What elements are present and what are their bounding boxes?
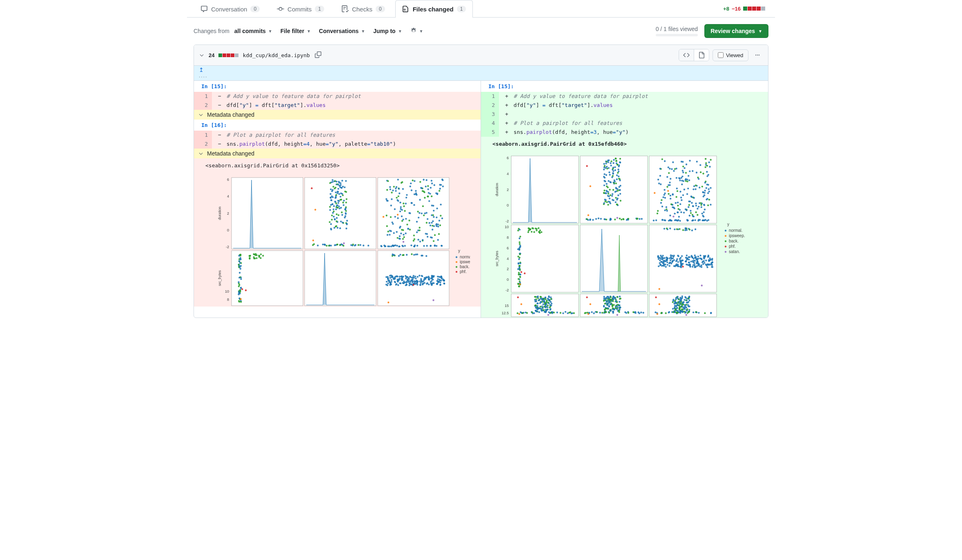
svg-point-1438 bbox=[535, 298, 537, 300]
conversations-dropdown[interactable]: Conversations ▼ bbox=[319, 28, 365, 34]
diff-line[interactable]: 2− dfd["y"] = dft["target"].values bbox=[194, 101, 481, 110]
diff-side-right: In [15]: 1+ # Add y value to feature dat… bbox=[481, 81, 768, 318]
review-changes-button[interactable]: Review changes ▼ bbox=[704, 24, 768, 38]
diff-line[interactable]: 1− # Plot a pairplot for all features bbox=[194, 131, 481, 140]
svg-point-304 bbox=[440, 215, 441, 216]
svg-point-1496 bbox=[549, 299, 550, 300]
svg-point-1430 bbox=[539, 296, 541, 298]
svg-point-1131 bbox=[528, 229, 530, 231]
svg-text:4: 4 bbox=[507, 257, 509, 261]
tab-files-changed[interactable]: Files changed 1 bbox=[395, 0, 473, 18]
svg-point-1198 bbox=[708, 256, 709, 257]
svg-point-562 bbox=[394, 276, 396, 278]
svg-point-824 bbox=[603, 218, 605, 220]
metadata-changed-row[interactable]: Metadata changed bbox=[194, 110, 481, 120]
svg-point-1047 bbox=[655, 219, 657, 221]
diff-line[interactable]: 1− # Add y value to feature data for pai… bbox=[194, 92, 481, 101]
svg-point-775 bbox=[603, 184, 605, 186]
svg-point-1756 bbox=[681, 297, 683, 299]
svg-point-31 bbox=[334, 227, 335, 229]
file-filter-dropdown[interactable]: File filter ▼ bbox=[281, 28, 311, 34]
tab-checks[interactable]: Checks 0 bbox=[334, 0, 392, 18]
svg-point-437 bbox=[258, 255, 260, 257]
svg-point-713 bbox=[609, 174, 610, 176]
svg-point-1799 bbox=[679, 306, 680, 307]
jump-to-dropdown[interactable]: Jump to ▼ bbox=[373, 28, 402, 34]
svg-point-705 bbox=[619, 158, 621, 160]
file-path[interactable]: kdd_cup/kdd_eda.ipynb bbox=[243, 52, 310, 58]
copy-path-button[interactable] bbox=[314, 51, 322, 60]
svg-point-1365 bbox=[659, 288, 660, 290]
svg-point-965 bbox=[682, 170, 684, 171]
tab-commits[interactable]: Commits 1 bbox=[270, 0, 331, 18]
svg-point-1089 bbox=[518, 272, 519, 273]
svg-point-990 bbox=[686, 164, 687, 165]
svg-point-1796 bbox=[679, 300, 681, 302]
diff-line[interactable]: 2− sns.pairplot(dfd, height=4, hue="y", … bbox=[194, 140, 481, 149]
chevron-down-icon[interactable] bbox=[199, 52, 205, 58]
svg-point-1529 bbox=[517, 296, 519, 298]
svg-point-875 bbox=[669, 215, 671, 216]
svg-point-112 bbox=[334, 201, 336, 202]
svg-point-1231 bbox=[701, 264, 702, 266]
diff-line[interactable]: 1+ # Add y value to feature data for pai… bbox=[481, 92, 768, 101]
svg-point-1023 bbox=[679, 178, 681, 179]
diff-line[interactable]: 5+ sns.pairplot(dfd, height=3, hue="y") bbox=[481, 128, 768, 137]
svg-point-1612 bbox=[603, 300, 605, 302]
viewed-input[interactable] bbox=[718, 52, 724, 58]
svg-point-368 bbox=[441, 245, 442, 247]
svg-point-1351 bbox=[691, 229, 693, 231]
svg-point-236 bbox=[422, 239, 423, 241]
svg-point-336 bbox=[436, 193, 438, 195]
changes-from-dropdown[interactable]: Changes from all commits ▼ bbox=[194, 28, 272, 34]
svg-point-1385 bbox=[539, 306, 541, 307]
diff-line[interactable]: 2+ dfd["y"] = dft["target"].values bbox=[481, 101, 768, 110]
viewed-checkbox[interactable]: Viewed bbox=[713, 49, 748, 61]
label: Metadata changed bbox=[207, 111, 254, 118]
commit-icon bbox=[277, 5, 284, 13]
svg-point-296 bbox=[399, 236, 401, 237]
svg-point-980 bbox=[689, 170, 690, 172]
svg-point-1477 bbox=[550, 304, 552, 306]
svg-point-1507 bbox=[545, 311, 546, 313]
svg-point-614 bbox=[409, 276, 411, 278]
svg-point-308 bbox=[428, 222, 430, 224]
svg-point-429 bbox=[240, 268, 241, 269]
svg-point-418 bbox=[240, 301, 242, 302]
svg-point-293 bbox=[439, 220, 440, 221]
expand-hunk-row[interactable]: ↥ ···· bbox=[194, 66, 768, 81]
svg-point-1135 bbox=[528, 227, 529, 229]
svg-point-409 bbox=[240, 278, 242, 280]
svg-point-55 bbox=[338, 200, 340, 202]
svg-point-931 bbox=[707, 192, 709, 194]
svg-point-1838 bbox=[657, 313, 658, 315]
svg-point-1806 bbox=[681, 303, 683, 305]
svg-point-1461 bbox=[545, 306, 546, 308]
svg-text:0: 0 bbox=[507, 203, 509, 207]
file-menu-button[interactable]: ··· bbox=[752, 49, 763, 61]
diff-line[interactable]: 3+ bbox=[481, 110, 768, 119]
diff-settings-dropdown[interactable]: ▼ bbox=[410, 28, 423, 34]
source-diff-button[interactable] bbox=[679, 49, 694, 61]
svg-point-973 bbox=[704, 204, 705, 206]
rich-diff-button[interactable] bbox=[694, 49, 709, 61]
metadata-changed-row[interactable]: Metadata changed bbox=[194, 149, 481, 158]
tab-conversation[interactable]: Conversation 0 bbox=[194, 0, 267, 18]
svg-point-1634 bbox=[612, 297, 614, 299]
svg-point-1227 bbox=[693, 264, 694, 266]
svg-point-761 bbox=[618, 171, 619, 172]
svg-point-279 bbox=[420, 187, 422, 189]
svg-point-426 bbox=[238, 281, 239, 283]
svg-point-1092 bbox=[519, 276, 521, 278]
svg-point-870 bbox=[657, 210, 659, 212]
svg-point-890 bbox=[697, 208, 698, 209]
diff-line[interactable]: 4+ # Plot a pairplot for all features bbox=[481, 119, 768, 128]
svg-point-95 bbox=[338, 207, 340, 209]
svg-point-560 bbox=[407, 281, 409, 283]
svg-point-14 bbox=[335, 187, 336, 189]
svg-point-1530 bbox=[548, 314, 549, 316]
svg-point-253 bbox=[396, 186, 397, 188]
svg-point-1192 bbox=[662, 255, 664, 256]
svg-point-1689 bbox=[681, 296, 683, 297]
svg-rect-690 bbox=[511, 156, 579, 223]
